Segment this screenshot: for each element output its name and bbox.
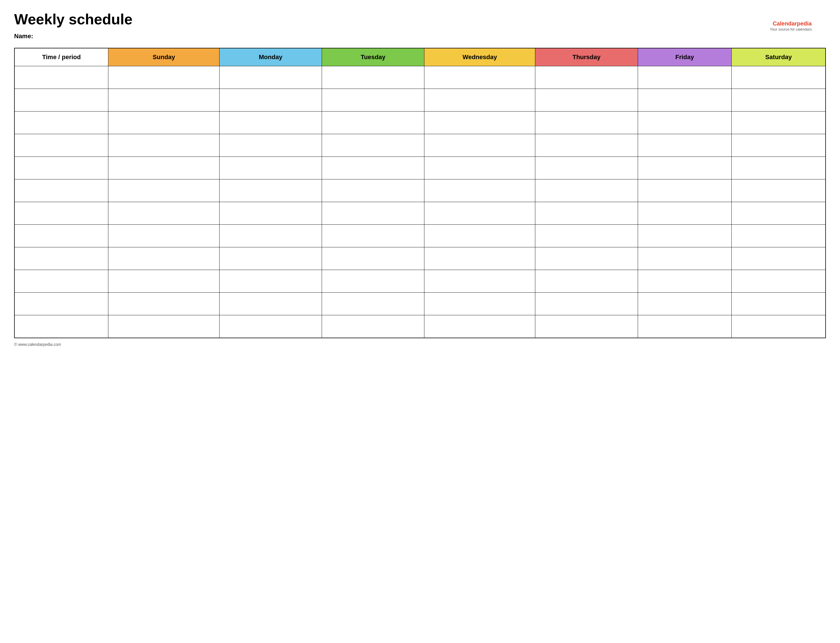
cell-row0-col6[interactable] — [638, 66, 732, 89]
cell-row7-col3[interactable] — [322, 225, 424, 247]
cell-row5-col6[interactable] — [638, 180, 732, 202]
cell-row6-col3[interactable] — [322, 202, 424, 225]
cell-row1-col4[interactable] — [424, 89, 535, 111]
cell-row9-col3[interactable] — [322, 270, 424, 293]
cell-row8-col5[interactable] — [535, 247, 638, 270]
cell-row5-col1[interactable] — [108, 180, 219, 202]
cell-row6-col2[interactable] — [219, 202, 322, 225]
cell-row1-col6[interactable] — [638, 89, 732, 111]
cell-row3-col3[interactable] — [322, 134, 424, 157]
cell-row11-col7[interactable] — [732, 315, 825, 338]
cell-row6-col7[interactable] — [732, 202, 825, 225]
cell-row6-col0[interactable] — [15, 202, 108, 225]
cell-row3-col4[interactable] — [424, 134, 535, 157]
cell-row9-col7[interactable] — [732, 270, 825, 293]
cell-row8-col2[interactable] — [219, 247, 322, 270]
cell-row10-col3[interactable] — [322, 293, 424, 315]
cell-row4-col0[interactable] — [15, 157, 108, 180]
cell-row4-col3[interactable] — [322, 157, 424, 180]
cell-row9-col5[interactable] — [535, 270, 638, 293]
cell-row2-col4[interactable] — [424, 111, 535, 134]
cell-row4-col2[interactable] — [219, 157, 322, 180]
cell-row6-col4[interactable] — [424, 202, 535, 225]
cell-row6-col6[interactable] — [638, 202, 732, 225]
cell-row7-col0[interactable] — [15, 225, 108, 247]
cell-row1-col1[interactable] — [108, 89, 219, 111]
cell-row6-col1[interactable] — [108, 202, 219, 225]
cell-row2-col1[interactable] — [108, 111, 219, 134]
cell-row6-col5[interactable] — [535, 202, 638, 225]
cell-row2-col2[interactable] — [219, 111, 322, 134]
cell-row0-col4[interactable] — [424, 66, 535, 89]
cell-row9-col2[interactable] — [219, 270, 322, 293]
cell-row8-col6[interactable] — [638, 247, 732, 270]
cell-row5-col3[interactable] — [322, 180, 424, 202]
cell-row7-col2[interactable] — [219, 225, 322, 247]
cell-row8-col3[interactable] — [322, 247, 424, 270]
cell-row0-col5[interactable] — [535, 66, 638, 89]
schedule-table: Time / period Sunday Monday Tuesday Wedn… — [14, 48, 826, 338]
cell-row5-col4[interactable] — [424, 180, 535, 202]
cell-row10-col0[interactable] — [15, 293, 108, 315]
cell-row2-col0[interactable] — [15, 111, 108, 134]
cell-row11-col3[interactable] — [322, 315, 424, 338]
cell-row3-col6[interactable] — [638, 134, 732, 157]
cell-row1-col7[interactable] — [732, 89, 825, 111]
cell-row8-col7[interactable] — [732, 247, 825, 270]
cell-row10-col7[interactable] — [732, 293, 825, 315]
cell-row3-col0[interactable] — [15, 134, 108, 157]
cell-row5-col7[interactable] — [732, 180, 825, 202]
cell-row3-col2[interactable] — [219, 134, 322, 157]
cell-row11-col1[interactable] — [108, 315, 219, 338]
cell-row9-col1[interactable] — [108, 270, 219, 293]
table-row — [15, 247, 825, 270]
cell-row5-col2[interactable] — [219, 180, 322, 202]
cell-row8-col1[interactable] — [108, 247, 219, 270]
cell-row0-col0[interactable] — [15, 66, 108, 89]
cell-row10-col6[interactable] — [638, 293, 732, 315]
cell-row8-col4[interactable] — [424, 247, 535, 270]
cell-row3-col5[interactable] — [535, 134, 638, 157]
cell-row7-col7[interactable] — [732, 225, 825, 247]
cell-row10-col4[interactable] — [424, 293, 535, 315]
cell-row5-col0[interactable] — [15, 180, 108, 202]
cell-row10-col5[interactable] — [535, 293, 638, 315]
cell-row4-col6[interactable] — [638, 157, 732, 180]
cell-row8-col0[interactable] — [15, 247, 108, 270]
cell-row9-col6[interactable] — [638, 270, 732, 293]
cell-row2-col3[interactable] — [322, 111, 424, 134]
cell-row4-col7[interactable] — [732, 157, 825, 180]
cell-row5-col5[interactable] — [535, 180, 638, 202]
table-row — [15, 293, 825, 315]
cell-row3-col1[interactable] — [108, 134, 219, 157]
cell-row11-col0[interactable] — [15, 315, 108, 338]
cell-row0-col3[interactable] — [322, 66, 424, 89]
cell-row7-col6[interactable] — [638, 225, 732, 247]
cell-row10-col1[interactable] — [108, 293, 219, 315]
cell-row4-col5[interactable] — [535, 157, 638, 180]
cell-row2-col7[interactable] — [732, 111, 825, 134]
cell-row10-col2[interactable] — [219, 293, 322, 315]
cell-row3-col7[interactable] — [732, 134, 825, 157]
cell-row2-col6[interactable] — [638, 111, 732, 134]
cell-row11-col5[interactable] — [535, 315, 638, 338]
cell-row1-col0[interactable] — [15, 89, 108, 111]
cell-row0-col2[interactable] — [219, 66, 322, 89]
cell-row9-col4[interactable] — [424, 270, 535, 293]
cell-row0-col7[interactable] — [732, 66, 825, 89]
cell-row9-col0[interactable] — [15, 270, 108, 293]
cell-row1-col2[interactable] — [219, 89, 322, 111]
cell-row4-col1[interactable] — [108, 157, 219, 180]
cell-row0-col1[interactable] — [108, 66, 219, 89]
cell-row11-col4[interactable] — [424, 315, 535, 338]
cell-row4-col4[interactable] — [424, 157, 535, 180]
cell-row7-col4[interactable] — [424, 225, 535, 247]
cell-row1-col3[interactable] — [322, 89, 424, 111]
cell-row2-col5[interactable] — [535, 111, 638, 134]
col-header-sunday: Sunday — [108, 48, 219, 66]
cell-row11-col6[interactable] — [638, 315, 732, 338]
cell-row1-col5[interactable] — [535, 89, 638, 111]
cell-row7-col1[interactable] — [108, 225, 219, 247]
cell-row7-col5[interactable] — [535, 225, 638, 247]
cell-row11-col2[interactable] — [219, 315, 322, 338]
